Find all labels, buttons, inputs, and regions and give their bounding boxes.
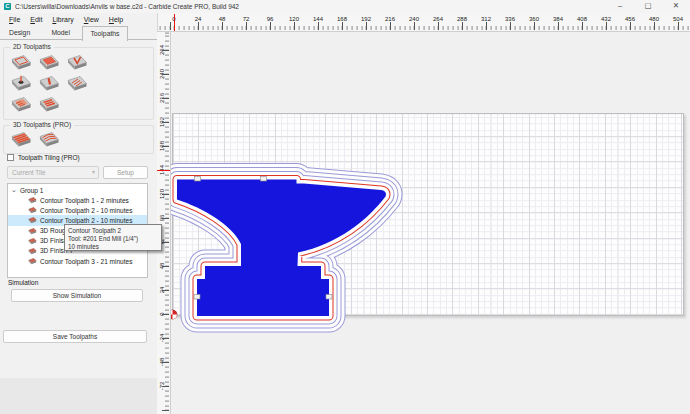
- tool-icon-texture[interactable]: [9, 96, 33, 115]
- toolpath-mini-icon: [28, 206, 37, 214]
- panel-bottom-strip: [0, 378, 157, 414]
- ruler-x-label: 144: [306, 16, 330, 22]
- ruler-x-cursor-marker: [174, 14, 176, 31]
- toolpath-tiling-row: Toolpath Tiling (PRO): [7, 154, 80, 161]
- toolpath-item[interactable]: Contour Toolpath 2 - 10 minutes: [8, 205, 147, 215]
- toolpath-item-label: Contour Toolpath 3 - 21 minutes: [40, 258, 132, 265]
- ruler-x-label: 504: [666, 16, 690, 22]
- group-2d-label: 2D Toolpaths: [10, 43, 54, 50]
- panel-tabbar: DesignModelToolpaths: [0, 25, 157, 40]
- tool-icon-3d-rough[interactable]: [9, 131, 33, 150]
- ruler-x-label: 48: [210, 16, 234, 22]
- menu-view[interactable]: View: [79, 15, 104, 24]
- save-toolpaths-button[interactable]: Save Toolpaths: [3, 330, 147, 343]
- toolpath-item[interactable]: Contour Toolpath 1 - 2 minutes: [8, 195, 147, 205]
- close-button[interactable]: ✕: [662, 0, 690, 13]
- tab-design[interactable]: Design: [2, 26, 37, 40]
- ruler-x-label: 456: [618, 16, 642, 22]
- ruler-x-label: 24: [186, 16, 210, 22]
- toolpath-mini-icon: [28, 196, 37, 204]
- tool-icon-contour[interactable]: [9, 54, 33, 73]
- ruler-x-label: 408: [570, 16, 594, 22]
- tool-icon-slot[interactable]: [37, 96, 61, 115]
- titlebar: C C:\Users\willa\Downloads\Anvils w base…: [0, 0, 690, 13]
- minimize-button[interactable]: –: [606, 0, 634, 13]
- current-tile-select[interactable]: Current Tile ▾: [7, 166, 99, 179]
- ruler-x-label: 216: [378, 16, 402, 22]
- ruler-x-label: 336: [498, 16, 522, 22]
- ruler-x-label: 480: [642, 16, 666, 22]
- ruler-x-label: 312: [474, 16, 498, 22]
- toolpath-mini-icon: [28, 257, 37, 265]
- ruler-x-label: 360: [522, 16, 546, 22]
- group-3d-label: 3D Toolpaths (PRO): [10, 121, 74, 128]
- toolpath-mini-icon: [28, 216, 37, 224]
- app-logo-icon: C: [4, 3, 11, 10]
- tree-group-label: Group 1: [20, 187, 44, 194]
- toolpath-mini-icon: [28, 227, 37, 235]
- canvas-viewport[interactable]: [171, 32, 690, 414]
- ruler-x-label: 432: [594, 16, 618, 22]
- toolpath-tiling-label: Toolpath Tiling (PRO): [18, 154, 80, 161]
- anvil-toolpath-drawing: [171, 32, 690, 414]
- tab-toolpaths[interactable]: Toolpaths: [82, 26, 127, 41]
- tooltip-line-0: Contour Toolpath 2: [68, 227, 158, 235]
- menu-file[interactable]: File: [4, 15, 25, 24]
- toolpath-item-label: Contour Toolpath 2 - 10 minutes: [40, 217, 132, 224]
- chevron-down-icon: ▾: [92, 167, 95, 178]
- tree-group-row[interactable]: ⌄Group 1: [8, 185, 147, 195]
- tool-icon-advanced-vcarve[interactable]: [37, 75, 61, 94]
- tool-icon-3d-finish[interactable]: [37, 131, 61, 150]
- ruler-x-label: 192: [354, 16, 378, 22]
- ruler-x-label: 168: [330, 16, 354, 22]
- chevron-down-icon: ⌄: [11, 187, 17, 193]
- toolpath-mini-icon: [28, 247, 37, 255]
- ruler-y-label: -72: [154, 378, 170, 394]
- ruler-x-label: 288: [450, 16, 474, 22]
- toolpath-tiling-checkbox[interactable]: [7, 154, 14, 161]
- show-simulation-button[interactable]: Show Simulation: [11, 289, 143, 302]
- menu-edit[interactable]: Edit: [25, 15, 47, 24]
- tool-icon-pocket[interactable]: [37, 54, 61, 73]
- menu-help[interactable]: Help: [104, 15, 128, 24]
- ruler-x-label: 264: [426, 16, 450, 22]
- setup-button[interactable]: Setup: [103, 166, 148, 179]
- window-controls: –▢✕: [606, 0, 690, 13]
- ruler-x-label: 72: [234, 16, 258, 22]
- ruler-x-label: 240: [402, 16, 426, 22]
- group-2d-toolpaths: 2D Toolpaths: [3, 47, 154, 120]
- tab-model[interactable]: Model: [44, 26, 77, 40]
- ruler-horizontal: 0244872961201441681922162402642883123363…: [157, 13, 690, 32]
- ruler-x-label: 120: [282, 16, 306, 22]
- menu-library[interactable]: Library: [47, 15, 78, 24]
- toolpath-tooltip: Contour Toolpath 2Tool: #201 End Mill (1…: [64, 224, 162, 251]
- simulation-section-label: Simulation: [8, 279, 38, 286]
- toolpath-item-label: Contour Toolpath 1 - 2 minutes: [40, 197, 129, 204]
- window-title: C:\Users\willa\Downloads\Anvils w base.c…: [15, 3, 239, 10]
- ruler-y-cursor-marker: [157, 170, 170, 172]
- group-3d-toolpaths: 3D Toolpaths (PRO): [3, 125, 154, 154]
- tool-icon-drill[interactable]: [9, 75, 33, 94]
- toolpaths-panel: DesignModelToolpaths 2D Toolpaths 3D Too…: [0, 25, 157, 378]
- maximize-button[interactable]: ▢: [634, 0, 662, 13]
- toolpath-mini-icon: [28, 237, 37, 245]
- ruler-x-label: 384: [546, 16, 570, 22]
- toolpath-item-label: Contour Toolpath 2 - 10 minutes: [40, 207, 132, 214]
- tooltip-line-2: 10 minutes: [68, 243, 158, 251]
- toolpath-item[interactable]: Contour Toolpath 3 - 21 minutes: [8, 256, 147, 266]
- ruler-x-label: 96: [258, 16, 282, 22]
- tool-icon-vcarve[interactable]: [65, 54, 89, 73]
- tool-icon-engrave[interactable]: [65, 75, 89, 94]
- tooltip-line-1: Tool: #201 End Mill (1/4"): [68, 235, 158, 243]
- ruler-vertical: 264240216192168144120967248240-24-48-72: [157, 32, 171, 414]
